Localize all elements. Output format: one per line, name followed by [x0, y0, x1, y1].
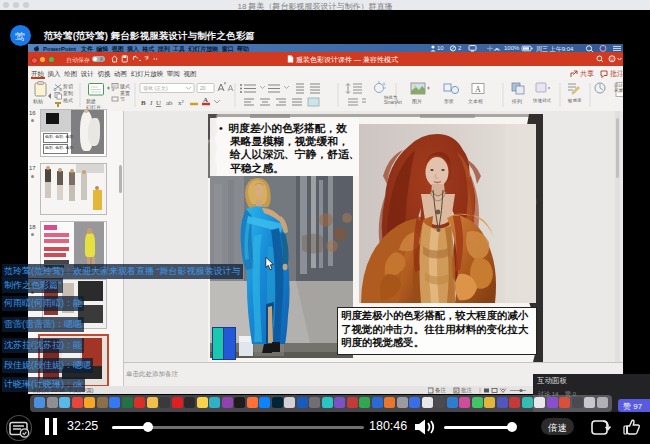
- svg-text:x²: x²: [178, 99, 184, 107]
- svg-text:U: U: [156, 99, 161, 107]
- svg-text:B: B: [141, 99, 146, 107]
- svg-text:ab: ab: [166, 99, 173, 107]
- svg-text:A: A: [475, 85, 481, 94]
- svg-text:I: I: [149, 99, 153, 107]
- svg-text:A: A: [203, 96, 208, 104]
